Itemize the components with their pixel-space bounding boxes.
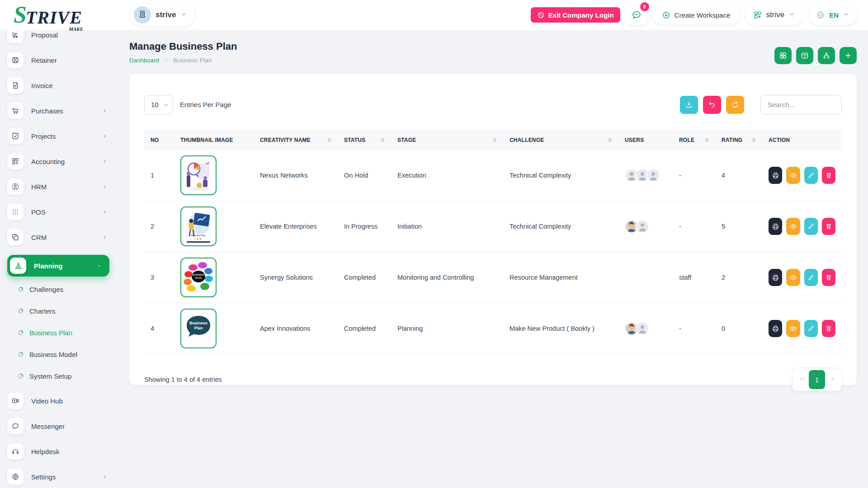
exit-company-login-button[interactable]: Exit Company Login [531, 7, 620, 23]
hierarchy-view-button[interactable] [818, 47, 835, 64]
user-placeholder-avatar[interactable] [636, 220, 649, 233]
workspace-selector[interactable]: strive [131, 4, 194, 26]
sidebar-item-helpdesk[interactable]: Helpdesk [7, 444, 109, 459]
refresh-button[interactable] [726, 96, 744, 114]
video-icon [7, 393, 24, 409]
add-new-button[interactable] [840, 47, 857, 64]
cell-stage: Planning [391, 303, 503, 354]
view-button[interactable] [786, 218, 800, 235]
grid-view-icon [779, 52, 787, 60]
company-dropdown[interactable]: strive [746, 5, 803, 25]
table-row: 3BUSINESSPLANSynergy SolutionsCompletedM… [144, 252, 842, 303]
column-header-creativity-name[interactable]: CREATIVITY NAME⇅ [254, 130, 338, 150]
svg-text:Plan: Plan [194, 326, 203, 330]
sort-icon: ⇅ [493, 137, 497, 143]
cell-stage: Execution [391, 150, 503, 201]
view-button[interactable] [786, 320, 800, 337]
column-header-role[interactable]: ROLE⇅ [673, 130, 715, 150]
sort-icon: ⇅ [705, 137, 709, 143]
create-workspace-button[interactable]: Create Workspace [653, 5, 740, 24]
sidebar-item-invoice[interactable]: Invoice [7, 78, 109, 93]
column-header-rating[interactable]: RATING⇅ [715, 130, 762, 150]
edit-button[interactable] [804, 269, 818, 286]
sidebar-subitem-charters[interactable]: Charters [18, 306, 117, 315]
sidebar-item-projects[interactable]: Projects [7, 128, 109, 144]
pagination-prev-button[interactable] [794, 370, 809, 389]
thumbnail-image[interactable] [180, 155, 217, 195]
delete-button[interactable] [822, 320, 835, 337]
planning-icon [10, 258, 26, 274]
thumbnail-image[interactable]: BusinessPlan [180, 309, 217, 348]
app-logo: STRIVE MAKE [0, 3, 117, 27]
breadcrumb-current: Business Plan [173, 57, 212, 64]
sidebar-item-hrm[interactable]: HRM [7, 179, 109, 194]
bullet-icon [18, 374, 23, 379]
entries-per-page-select[interactable]: 10 [144, 95, 173, 114]
chevron-down-icon [180, 11, 187, 19]
sidebar-item-pos[interactable]: POS [7, 204, 109, 220]
column-header-thumbnail-image: THUMBNAIL IMAGE [174, 130, 254, 150]
column-header-status[interactable]: STATUS⇅ [338, 130, 391, 150]
sidebar-subitem-system-setup[interactable]: System Setup [18, 371, 117, 380]
edit-button[interactable] [804, 320, 818, 337]
sidebar-item-proposal[interactable]: Proposal [7, 30, 109, 42]
crm-icon [7, 229, 24, 245]
bullet-icon [18, 352, 23, 357]
sidebar-item-video-hub[interactable]: Video Hub [7, 393, 109, 408]
cell-creativity-name: Elevate Enterprises [254, 201, 338, 252]
sidebar-subitem-business-model[interactable]: Business Model [18, 350, 117, 359]
print-button[interactable] [769, 269, 782, 286]
print-button[interactable] [769, 167, 782, 184]
delete-button[interactable] [822, 167, 835, 184]
sidebar-item-messenger[interactable]: Messenger [7, 418, 109, 434]
sidebar-subitem-challenges[interactable]: Challenges [18, 285, 117, 294]
pagination-page-1[interactable]: 1 [809, 370, 825, 389]
undo-button[interactable] [703, 96, 721, 114]
breadcrumb-dashboard-link[interactable]: Dashboard [129, 57, 159, 64]
sidebar-item-purchases[interactable]: Purchases [7, 103, 109, 118]
thumbnail-image[interactable]: BUSINESSPLAN [180, 258, 217, 297]
pencil-icon [807, 274, 815, 281]
column-header-stage[interactable]: STAGE⇅ [391, 130, 503, 150]
cell-status: On Hold [338, 150, 391, 201]
cell-no: 1 [144, 150, 174, 201]
sidebar-item-accounting[interactable]: Accounting [7, 154, 109, 169]
search-input[interactable] [760, 95, 842, 114]
delete-button[interactable] [822, 218, 835, 235]
edit-button[interactable] [804, 218, 818, 235]
thumbnail-image[interactable]: Business Plan [180, 206, 217, 246]
sidebar-subitem-business-plan[interactable]: Business Plan [18, 328, 117, 337]
pagination-next-button[interactable] [825, 370, 840, 389]
export-download-button[interactable] [680, 96, 698, 114]
delete-button[interactable] [822, 269, 835, 286]
sidebar-item-retainer[interactable]: Retainer [7, 52, 109, 68]
cell-users [618, 201, 673, 252]
eye-icon [789, 172, 797, 179]
user-placeholder-avatar[interactable] [636, 322, 649, 335]
sidebar-item-planning[interactable]: Planning [7, 255, 109, 277]
chat-button[interactable]: 0 [627, 5, 646, 25]
cell-role: - [673, 150, 715, 201]
grid-view-button[interactable] [774, 47, 792, 64]
svg-text:BUSINESS: BUSINESS [192, 273, 205, 276]
column-header-challenge[interactable]: CHALLENGE⇅ [503, 130, 618, 150]
table-view-button[interactable] [796, 47, 813, 64]
print-button[interactable] [769, 320, 782, 337]
trash-icon [825, 325, 832, 332]
sidebar-item-crm[interactable]: CRM [7, 230, 109, 245]
ban-icon [537, 11, 545, 19]
user-placeholder-avatar[interactable] [646, 169, 660, 182]
pencil-icon [807, 223, 815, 230]
sidebar-item-settings[interactable]: Settings [7, 469, 109, 484]
edit-button[interactable] [804, 167, 818, 184]
language-dropdown[interactable]: EN [809, 5, 857, 25]
cell-creativity-name: Synergy Solutions [254, 252, 338, 303]
table-view-icon [801, 52, 809, 60]
projects-icon [7, 128, 24, 144]
bullet-icon [18, 330, 23, 335]
view-button[interactable] [786, 269, 800, 286]
svg-text:Business: Business [189, 321, 208, 325]
print-button[interactable] [769, 218, 782, 235]
view-button[interactable] [786, 167, 800, 184]
cell-stage: Monitoring and Controlling [391, 252, 503, 303]
